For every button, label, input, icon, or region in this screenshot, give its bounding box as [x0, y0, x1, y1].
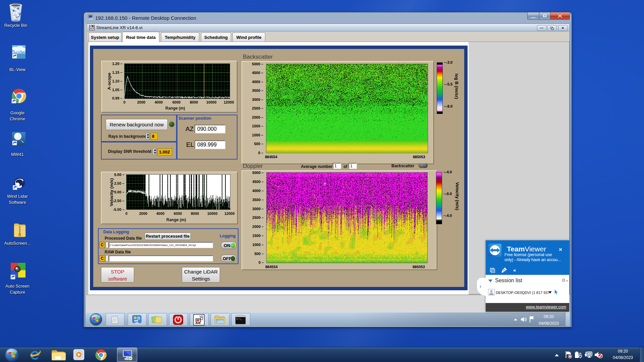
svg-text:C:\_: C:\_: [236, 318, 243, 320]
